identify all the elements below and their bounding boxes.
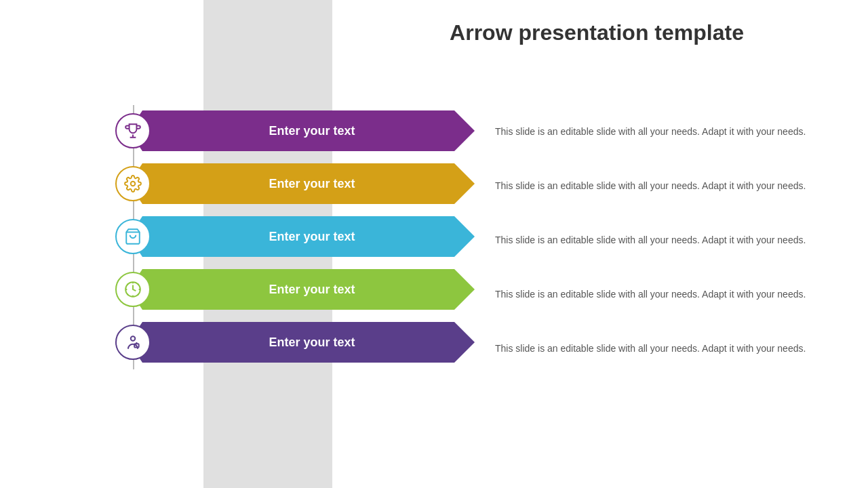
arrow-shape-4[interactable]: Enter your text <box>129 269 475 310</box>
trophy-icon <box>124 122 142 140</box>
arrow-row-1: Enter your text <box>88 105 468 157</box>
title-area: Arrow presentation template <box>366 20 827 45</box>
desc-text-5: This slide is an editable slide with all… <box>495 342 806 356</box>
arrow-shape-1[interactable]: Enter your text <box>129 110 475 151</box>
bag-icon <box>124 228 142 245</box>
desc-item-2: This slide is an editable slide with all… <box>488 159 827 212</box>
arrow-row-4: Enter your text <box>88 264 468 315</box>
desc-item-3: This slide is an editable slide with all… <box>488 214 827 266</box>
icon-circle-2 <box>115 166 151 201</box>
arrow-label-3: Enter your text <box>269 230 355 244</box>
arrow-row-2: Enter your text <box>88 158 468 209</box>
arrow-body-1: Enter your text <box>129 110 475 151</box>
arrow-label-2: Enter your text <box>269 177 355 191</box>
presentation-slide: Arrow presentation template Enter your t… <box>0 0 868 488</box>
desc-text-2: This slide is an editable slide with all… <box>495 179 806 193</box>
arrow-shape-3[interactable]: Enter your text <box>129 216 475 257</box>
desc-item-5: This slide is an editable slide with all… <box>488 322 827 375</box>
arrow-shape-5[interactable]: Enter your text <box>129 322 475 363</box>
descriptions-container: This slide is an editable slide with all… <box>488 105 827 376</box>
arrow-body-2: Enter your text <box>129 163 475 204</box>
desc-text-1: This slide is an editable slide with all… <box>495 125 806 139</box>
icon-circle-5 <box>115 325 151 360</box>
arrow-body-3: Enter your text <box>129 216 475 257</box>
arrows-container: Enter your text Enter your text <box>88 105 468 369</box>
arrow-label-5: Enter your text <box>269 336 355 350</box>
arrow-body-4: Enter your text <box>129 269 475 310</box>
desc-item-4: This slide is an editable slide with all… <box>488 268 827 321</box>
arrow-row-3: Enter your text <box>88 211 468 262</box>
svg-point-0 <box>131 182 136 186</box>
person-icon <box>124 333 142 351</box>
icon-circle-4 <box>115 272 151 307</box>
desc-text-3: This slide is an editable slide with all… <box>495 233 806 247</box>
arrow-label-1: Enter your text <box>269 124 355 138</box>
svg-point-3 <box>131 336 136 341</box>
slide-title: Arrow presentation template <box>366 20 827 45</box>
desc-item-1: This slide is an editable slide with all… <box>488 105 827 158</box>
arrow-row-5: Enter your text <box>88 317 468 368</box>
arrow-body-5: Enter your text <box>129 322 475 363</box>
arrow-label-4: Enter your text <box>269 283 355 297</box>
arrow-shape-2[interactable]: Enter your text <box>129 163 475 204</box>
icon-circle-3 <box>115 219 151 254</box>
settings-icon <box>124 175 142 192</box>
chart-icon <box>124 281 142 298</box>
desc-text-4: This slide is an editable slide with all… <box>495 287 806 302</box>
icon-circle-1 <box>115 113 151 148</box>
